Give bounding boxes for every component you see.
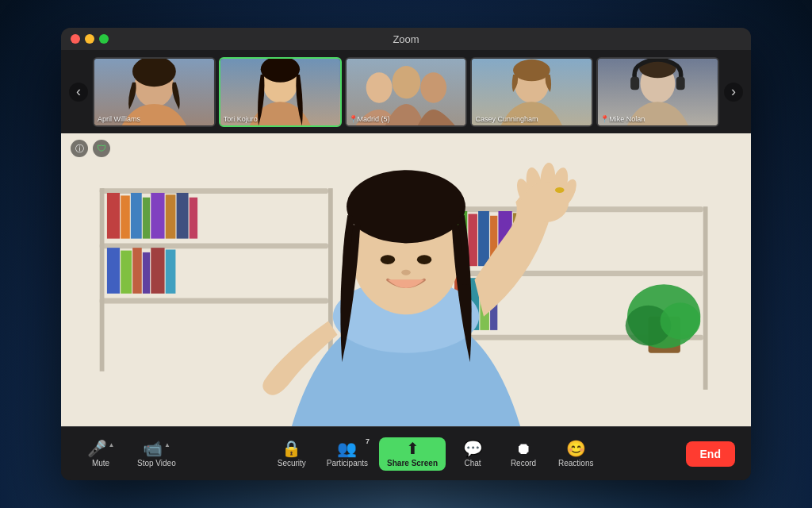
stop-video-caret: ▲: [164, 441, 170, 448]
svg-rect-16: [630, 76, 639, 89]
security-label: Security: [278, 459, 306, 468]
svg-point-8: [392, 66, 420, 98]
stop-video-icon: 📹: [143, 441, 163, 456]
security-button[interactable]: 🔒 Security: [268, 437, 316, 471]
close-button[interactable]: [71, 34, 80, 44]
svg-rect-46: [478, 211, 489, 266]
video-scene: [61, 133, 751, 426]
svg-point-60: [347, 170, 465, 243]
svg-rect-43: [166, 249, 176, 293]
svg-rect-34: [151, 193, 164, 239]
svg-rect-26: [100, 188, 105, 371]
participant-thumb-april[interactable]: April Williams: [93, 57, 216, 127]
reactions-icon: 😊: [566, 441, 586, 456]
mute-icon: 🎤: [87, 441, 107, 456]
security-shield-icon[interactable]: 🛡: [93, 140, 110, 157]
svg-rect-31: [121, 195, 130, 238]
titlebar: Zoom: [61, 28, 751, 50]
record-label: Record: [511, 459, 536, 468]
participant-thumb-mike[interactable]: 📍 Mike Nolan: [596, 57, 719, 127]
participant-name-tori: Tori Kojuro: [224, 115, 258, 123]
svg-rect-22: [100, 298, 328, 304]
svg-point-9: [420, 72, 446, 102]
toolbar-right: End: [686, 441, 735, 467]
strip-arrow-right[interactable]: ›: [724, 83, 743, 102]
stop-video-label: Stop Video: [137, 459, 176, 468]
svg-rect-38: [107, 248, 120, 294]
svg-rect-39: [121, 251, 132, 294]
zoom-window: Zoom ‹: [61, 28, 751, 480]
toolbar-left: 🎤 ▲ Mute 📹 ▲ Stop Video: [77, 437, 184, 471]
info-overlay: ⓘ 🛡: [71, 140, 110, 157]
toolbar-center: 🔒 Security 👥 Participants 7 ⬆ Share Scre…: [268, 437, 602, 471]
traffic-lights: [71, 34, 109, 44]
svg-rect-42: [151, 248, 164, 294]
participant-name-mike: Mike Nolan: [609, 115, 645, 123]
svg-rect-35: [166, 194, 176, 238]
mute-button[interactable]: 🎤 ▲ Mute: [77, 437, 124, 471]
pin-icon-madrid: 📍: [349, 115, 358, 123]
svg-point-61: [381, 255, 395, 264]
participant-thumb-tori[interactable]: Tori Kojuro: [219, 57, 342, 127]
chat-label: Chat: [464, 459, 481, 468]
svg-rect-36: [177, 193, 189, 239]
participants-count-badge: 7: [366, 437, 370, 445]
reactions-button[interactable]: 😊 Reactions: [550, 437, 601, 471]
share-screen-icon: ⬆: [406, 441, 419, 456]
strip-arrow-left[interactable]: ‹: [69, 83, 88, 102]
participant-thumb-casey[interactable]: Casey Cunningham: [470, 57, 593, 127]
svg-point-12: [513, 59, 550, 80]
svg-rect-29: [703, 206, 708, 390]
svg-rect-32: [131, 193, 142, 239]
participants-button[interactable]: 👥 Participants 7: [319, 437, 376, 471]
pin-icon-mike: 📍: [600, 115, 609, 123]
svg-rect-30: [107, 193, 120, 239]
participants-icon: 👥: [337, 441, 357, 456]
svg-point-7: [366, 72, 392, 102]
share-screen-button[interactable]: ⬆ Share Screen: [379, 437, 446, 471]
mute-caret: ▲: [109, 441, 115, 448]
record-button[interactable]: ⏺ Record: [500, 437, 547, 471]
chat-icon: 💬: [463, 441, 483, 456]
svg-rect-41: [143, 252, 150, 294]
toolbar: 🎤 ▲ Mute 📹 ▲ Stop Video 🔒: [61, 426, 751, 480]
content-area: ‹: [61, 50, 751, 480]
meeting-info-icon[interactable]: ⓘ: [71, 140, 88, 157]
reactions-label: Reactions: [558, 459, 593, 468]
svg-point-63: [401, 270, 411, 275]
stop-video-button[interactable]: 📹 ▲ Stop Video: [129, 437, 184, 471]
mute-label: Mute: [92, 459, 109, 468]
participant-strip: ‹: [61, 50, 751, 133]
titlebar-title: Zoom: [393, 33, 419, 45]
end-button[interactable]: End: [686, 441, 735, 467]
svg-rect-40: [132, 248, 142, 294]
record-icon: ⏺: [515, 441, 531, 456]
svg-rect-33: [143, 198, 150, 239]
participant-name-madrid: Madrid (5): [358, 115, 390, 123]
main-video: ⓘ 🛡: [61, 133, 751, 426]
svg-rect-27: [328, 188, 333, 371]
share-screen-label: Share Screen: [387, 459, 438, 468]
minimize-button[interactable]: [85, 34, 94, 44]
maximize-button[interactable]: [99, 34, 109, 44]
svg-rect-45: [468, 214, 477, 266]
security-icon: 🔒: [282, 441, 301, 456]
participant-name-casey: Casey Cunningham: [475, 115, 538, 123]
svg-rect-17: [676, 76, 685, 89]
svg-point-70: [555, 187, 565, 193]
svg-rect-37: [190, 198, 197, 239]
svg-point-57: [661, 302, 701, 339]
chat-button[interactable]: 💬 Chat: [449, 437, 496, 471]
svg-point-62: [417, 255, 431, 264]
participants-label: Participants: [327, 459, 368, 468]
participant-thumb-madrid[interactable]: 📍 Madrid (5): [345, 57, 468, 127]
participant-name-april: April Williams: [98, 115, 140, 123]
